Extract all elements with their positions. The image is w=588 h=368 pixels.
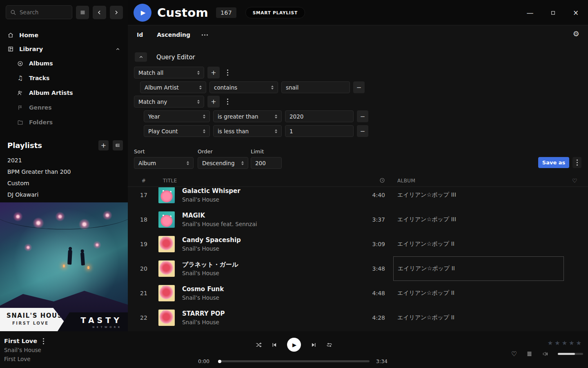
match-type-select-group2[interactable]: Match any	[134, 96, 204, 108]
minimize-button[interactable]: —	[523, 6, 537, 19]
volume-slider[interactable]	[558, 353, 583, 355]
add-rule-button-group1[interactable]: +	[207, 67, 220, 79]
track-row[interactable]: 19 Candy SpaceshipSnail’s House 3:09 エイリ…	[128, 232, 588, 256]
albums-icon	[17, 61, 23, 67]
save-as-button[interactable]: Save as	[538, 157, 569, 168]
track-row[interactable]: 17 Galactic WhisperSnail’s House 4:40 エイ…	[128, 187, 588, 207]
rule-value-input[interactable]	[281, 81, 350, 93]
search-input[interactable]	[20, 9, 68, 16]
previous-button[interactable]	[271, 341, 278, 348]
menu-button[interactable]	[76, 6, 89, 19]
track-row[interactable]: 20 プラネット・ガールSnail’s House 3:48 エイリアン☆ポップ…	[128, 256, 588, 281]
repeat-button[interactable]	[326, 341, 333, 348]
maximize-button[interactable]	[546, 6, 559, 19]
nav-forward-button[interactable]	[110, 6, 123, 19]
rule-field-select[interactable]: Year	[144, 110, 210, 122]
limit-input[interactable]	[251, 157, 282, 169]
sidebar-item-album-artists[interactable]: Album Artists	[0, 85, 128, 100]
queue-button[interactable]	[526, 350, 533, 357]
rule-field-select[interactable]: Album Artist	[140, 81, 206, 93]
select-caret-icon	[271, 85, 274, 90]
now-playing-title: First Love	[4, 338, 37, 344]
sidebar-item-tracks[interactable]: ♫ Tracks	[0, 71, 128, 85]
track-album-focused-cell[interactable]: エイリアン☆ポップ II	[393, 256, 564, 281]
add-rule-button-group2[interactable]: +	[207, 96, 220, 108]
folder-icon	[17, 119, 23, 126]
playlist-item-2021[interactable]: 2021	[0, 155, 128, 166]
select-caret-icon	[275, 129, 277, 133]
sort-direction-button[interactable]: Ascending	[157, 31, 190, 38]
rule-operator-select[interactable]: is greater than	[213, 110, 282, 122]
rule-field-select[interactable]: Play Count	[144, 125, 210, 137]
seek-thumb[interactable]	[218, 360, 221, 363]
search-icon	[10, 9, 16, 16]
star-icon[interactable]: ★	[569, 339, 575, 347]
track-title: Candy Spaceship	[182, 236, 348, 244]
track-artwork	[158, 260, 175, 277]
list-icon	[115, 143, 120, 148]
rule-value-input[interactable]	[285, 110, 354, 122]
player-right-controls: ♡	[511, 350, 583, 358]
seek-slider[interactable]	[218, 360, 370, 362]
sidebar-item-albums[interactable]: Albums	[0, 56, 128, 71]
header-album[interactable]: ALBUM	[397, 178, 561, 184]
rule-value-input[interactable]	[285, 125, 354, 137]
playlist-view-button[interactable]	[113, 140, 123, 150]
header-favorite[interactable]: ♡	[572, 177, 588, 184]
playlist-item-dj-okawari[interactable]: DJ Okawari	[0, 189, 128, 200]
sidebar-item-folders[interactable]: Folders	[0, 115, 128, 130]
play-pause-button[interactable]: ▶	[287, 338, 301, 352]
header-index[interactable]: #	[142, 178, 146, 184]
sidebar-item-library[interactable]: Library	[0, 42, 128, 56]
track-row[interactable]: 21 Cosmo FunkSnail’s House 4:48 エイリアン☆ポッ…	[128, 281, 588, 305]
favorite-button[interactable]: ♡	[511, 350, 517, 358]
remove-rule-button[interactable]: −	[357, 110, 368, 122]
track-album[interactable]: エイリアン☆ポップ II	[393, 305, 561, 330]
track-number: 19	[140, 241, 147, 247]
track-album[interactable]: エイリアン☆ポップ III	[393, 187, 561, 207]
save-menu-button[interactable]	[572, 157, 581, 168]
track-album[interactable]: エイリアン☆ポップ II	[393, 281, 561, 305]
remove-rule-button[interactable]: −	[353, 81, 365, 93]
group2-menu-button[interactable]	[223, 96, 232, 108]
select-caret-icon	[187, 161, 189, 165]
query-editor-collapse-button[interactable]	[135, 52, 147, 62]
add-playlist-button[interactable]: +	[98, 140, 109, 150]
sidebar-item-genres[interactable]: Genres	[0, 100, 128, 115]
track-row[interactable]: 18 MAGIKSnail’s House feat. Sennzai 3:37…	[128, 207, 588, 232]
sidebar-item-home[interactable]: Home	[0, 28, 128, 42]
now-playing-artwork: SNAIL'S HOUSE FIRST LOVE TASTY NETWORK	[0, 202, 128, 331]
match-type-select-group1[interactable]: Match all	[134, 67, 204, 79]
rule-operator-select[interactable]: contains	[209, 81, 278, 93]
header-duration[interactable]	[379, 177, 385, 184]
track-row[interactable]: 22 STARRY POPSnail’s House 4:28 エイリアン☆ポッ…	[128, 305, 588, 330]
sort-select[interactable]: Album	[134, 157, 194, 169]
remove-rule-button[interactable]: −	[357, 125, 368, 137]
volume-button[interactable]	[542, 350, 549, 357]
header-title[interactable]: TITLE	[163, 178, 348, 184]
shuffle-button[interactable]	[255, 341, 262, 348]
genres-label: Genres	[29, 104, 52, 111]
playlist-item-custom[interactable]: Custom	[0, 177, 128, 189]
plus-icon: +	[211, 98, 216, 105]
rule-operator-select[interactable]: is less than	[213, 125, 282, 137]
close-button[interactable]: ×	[569, 6, 582, 19]
rating-stars[interactable]: ★ ★ ★ ★ ★	[548, 339, 582, 347]
library-label: Library	[19, 46, 43, 52]
settings-gear-icon[interactable]: ⚙	[573, 29, 579, 38]
next-button[interactable]	[310, 341, 317, 348]
toolbar-more-button[interactable]	[204, 34, 205, 36]
star-icon[interactable]: ★	[576, 339, 582, 347]
play-playlist-button[interactable]: ▶	[134, 4, 151, 22]
track-album[interactable]: エイリアン☆ポップ II	[393, 232, 561, 256]
now-playing-menu-button[interactable]	[43, 341, 44, 342]
star-icon[interactable]: ★	[555, 339, 560, 347]
star-icon[interactable]: ★	[548, 339, 553, 347]
group1-menu-button[interactable]	[223, 67, 232, 79]
star-icon[interactable]: ★	[562, 339, 568, 347]
nav-back-button[interactable]	[93, 6, 106, 19]
order-select[interactable]: Descending	[198, 157, 248, 169]
track-album[interactable]: エイリアン☆ポップ III	[393, 207, 561, 232]
sort-field-button[interactable]: Id	[137, 31, 143, 38]
playlist-item-bpm[interactable]: BPM Greater than 200	[0, 166, 128, 177]
